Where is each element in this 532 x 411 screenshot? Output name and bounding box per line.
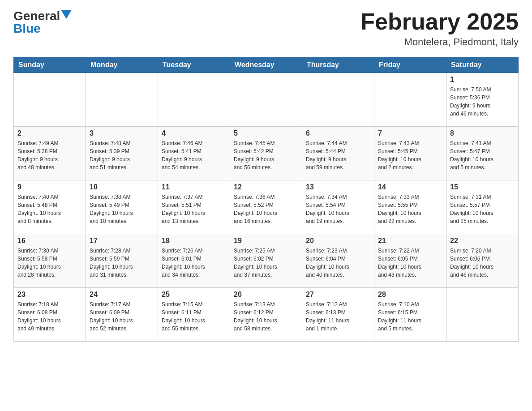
day-number: 22 [450, 237, 515, 245]
calendar-week-1: 1Sunrise: 7:50 AM Sunset: 5:36 PM Daylig… [14, 73, 519, 127]
logo-blue-text: Blue [13, 21, 41, 36]
page-header: General Blue February 2025 Montelera, Pi… [13, 9, 519, 48]
logo: General Blue [13, 9, 76, 36]
calendar-cell: 23Sunrise: 7:18 AM Sunset: 6:08 PM Dayli… [14, 288, 86, 342]
calendar-cell [14, 73, 86, 127]
day-number: 25 [162, 291, 226, 299]
calendar-cell: 8Sunrise: 7:41 AM Sunset: 5:47 PM Daylig… [446, 127, 519, 180]
day-info: Sunrise: 7:40 AM Sunset: 5:48 PM Dayligh… [17, 193, 82, 225]
day-info: Sunrise: 7:23 AM Sunset: 6:04 PM Dayligh… [306, 247, 370, 279]
day-info: Sunrise: 7:44 AM Sunset: 5:44 PM Dayligh… [306, 139, 370, 171]
calendar-cell: 9Sunrise: 7:40 AM Sunset: 5:48 PM Daylig… [14, 180, 86, 234]
header-tuesday: Tuesday [158, 57, 230, 73]
day-number: 3 [90, 129, 154, 137]
day-number: 7 [378, 129, 442, 137]
day-number: 20 [306, 237, 370, 245]
day-number: 21 [378, 237, 442, 245]
day-info: Sunrise: 7:49 AM Sunset: 5:38 PM Dayligh… [17, 139, 82, 171]
calendar-cell: 26Sunrise: 7:13 AM Sunset: 6:12 PM Dayli… [230, 288, 302, 342]
day-number: 11 [162, 183, 226, 191]
calendar-cell: 1Sunrise: 7:50 AM Sunset: 5:36 PM Daylig… [446, 73, 519, 127]
calendar-week-2: 2Sunrise: 7:49 AM Sunset: 5:38 PM Daylig… [14, 127, 519, 180]
day-number: 13 [306, 183, 370, 191]
day-number: 12 [234, 183, 298, 191]
day-info: Sunrise: 7:10 AM Sunset: 6:15 PM Dayligh… [378, 300, 442, 333]
day-info: Sunrise: 7:37 AM Sunset: 5:51 PM Dayligh… [162, 193, 226, 225]
calendar-cell: 18Sunrise: 7:26 AM Sunset: 6:01 PM Dayli… [158, 234, 230, 288]
calendar-cell: 15Sunrise: 7:31 AM Sunset: 5:57 PM Dayli… [446, 180, 519, 234]
day-info: Sunrise: 7:41 AM Sunset: 5:47 PM Dayligh… [450, 139, 515, 171]
day-number: 6 [306, 129, 370, 137]
day-info: Sunrise: 7:28 AM Sunset: 5:59 PM Dayligh… [90, 247, 154, 279]
day-number: 5 [234, 129, 298, 137]
calendar-cell: 24Sunrise: 7:17 AM Sunset: 6:09 PM Dayli… [86, 288, 158, 342]
day-info: Sunrise: 7:34 AM Sunset: 5:54 PM Dayligh… [306, 193, 370, 225]
day-info: Sunrise: 7:22 AM Sunset: 6:05 PM Dayligh… [378, 247, 442, 279]
day-info: Sunrise: 7:31 AM Sunset: 5:57 PM Dayligh… [450, 193, 515, 225]
calendar-cell: 4Sunrise: 7:46 AM Sunset: 5:41 PM Daylig… [158, 127, 230, 180]
calendar-table: Sunday Monday Tuesday Wednesday Thursday… [13, 57, 519, 342]
header-thursday: Thursday [302, 57, 374, 73]
day-number: 2 [17, 129, 82, 137]
day-info: Sunrise: 7:26 AM Sunset: 6:01 PM Dayligh… [162, 247, 226, 279]
day-number: 27 [306, 291, 370, 299]
day-info: Sunrise: 7:36 AM Sunset: 5:52 PM Dayligh… [234, 193, 298, 225]
day-number: 16 [17, 237, 82, 245]
calendar-cell: 20Sunrise: 7:23 AM Sunset: 6:04 PM Dayli… [302, 234, 374, 288]
day-number: 28 [378, 291, 442, 299]
calendar-cell: 3Sunrise: 7:48 AM Sunset: 5:39 PM Daylig… [86, 127, 158, 180]
day-info: Sunrise: 7:18 AM Sunset: 6:08 PM Dayligh… [17, 300, 82, 333]
location-text: Montelera, Piedmont, Italy [360, 36, 519, 48]
day-info: Sunrise: 7:33 AM Sunset: 5:55 PM Dayligh… [378, 193, 442, 225]
day-info: Sunrise: 7:50 AM Sunset: 5:36 PM Dayligh… [450, 86, 515, 118]
calendar-cell: 27Sunrise: 7:12 AM Sunset: 6:13 PM Dayli… [302, 288, 374, 342]
day-info: Sunrise: 7:48 AM Sunset: 5:39 PM Dayligh… [90, 139, 154, 171]
day-number: 4 [162, 129, 226, 137]
calendar-week-3: 9Sunrise: 7:40 AM Sunset: 5:48 PM Daylig… [14, 180, 519, 234]
calendar-cell: 16Sunrise: 7:30 AM Sunset: 5:58 PM Dayli… [14, 234, 86, 288]
day-info: Sunrise: 7:46 AM Sunset: 5:41 PM Dayligh… [162, 139, 226, 171]
calendar-cell: 13Sunrise: 7:34 AM Sunset: 5:54 PM Dayli… [302, 180, 374, 234]
day-info: Sunrise: 7:38 AM Sunset: 5:49 PM Dayligh… [90, 193, 154, 225]
day-number: 26 [234, 291, 298, 299]
day-info: Sunrise: 7:30 AM Sunset: 5:58 PM Dayligh… [17, 247, 82, 279]
calendar-cell: 25Sunrise: 7:15 AM Sunset: 6:11 PM Dayli… [158, 288, 230, 342]
day-number: 24 [90, 291, 154, 299]
weekday-header-row: Sunday Monday Tuesday Wednesday Thursday… [14, 57, 519, 73]
calendar-cell: 2Sunrise: 7:49 AM Sunset: 5:38 PM Daylig… [14, 127, 86, 180]
day-info: Sunrise: 7:12 AM Sunset: 6:13 PM Dayligh… [306, 300, 370, 333]
calendar-cell: 5Sunrise: 7:45 AM Sunset: 5:42 PM Daylig… [230, 127, 302, 180]
calendar-cell: 28Sunrise: 7:10 AM Sunset: 6:15 PM Dayli… [374, 288, 446, 342]
day-number: 10 [90, 183, 154, 191]
day-number: 23 [17, 291, 82, 299]
day-number: 8 [450, 129, 515, 137]
calendar-cell [230, 73, 302, 127]
day-info: Sunrise: 7:15 AM Sunset: 6:11 PM Dayligh… [162, 300, 226, 333]
calendar-cell: 22Sunrise: 7:20 AM Sunset: 6:06 PM Dayli… [446, 234, 519, 288]
calendar-cell: 11Sunrise: 7:37 AM Sunset: 5:51 PM Dayli… [158, 180, 230, 234]
day-number: 18 [162, 237, 226, 245]
calendar-cell [374, 73, 446, 127]
calendar-cell: 6Sunrise: 7:44 AM Sunset: 5:44 PM Daylig… [302, 127, 374, 180]
calendar-cell: 21Sunrise: 7:22 AM Sunset: 6:05 PM Dayli… [374, 234, 446, 288]
day-info: Sunrise: 7:13 AM Sunset: 6:12 PM Dayligh… [234, 300, 298, 333]
calendar-cell: 14Sunrise: 7:33 AM Sunset: 5:55 PM Dayli… [374, 180, 446, 234]
calendar-cell [86, 73, 158, 127]
calendar-cell: 12Sunrise: 7:36 AM Sunset: 5:52 PM Dayli… [230, 180, 302, 234]
calendar-cell [302, 73, 374, 127]
header-wednesday: Wednesday [230, 57, 302, 73]
calendar-cell [158, 73, 230, 127]
calendar-cell: 19Sunrise: 7:25 AM Sunset: 6:02 PM Dayli… [230, 234, 302, 288]
day-number: 15 [450, 183, 515, 191]
day-number: 17 [90, 237, 154, 245]
day-number: 1 [450, 76, 515, 84]
header-monday: Monday [86, 57, 158, 73]
day-info: Sunrise: 7:17 AM Sunset: 6:09 PM Dayligh… [90, 300, 154, 333]
day-number: 9 [17, 183, 82, 191]
calendar-cell: 10Sunrise: 7:38 AM Sunset: 5:49 PM Dayli… [86, 180, 158, 234]
day-info: Sunrise: 7:43 AM Sunset: 5:45 PM Dayligh… [378, 139, 442, 171]
day-number: 19 [234, 237, 298, 245]
day-info: Sunrise: 7:20 AM Sunset: 6:06 PM Dayligh… [450, 247, 515, 279]
calendar-cell [446, 288, 519, 342]
day-info: Sunrise: 7:45 AM Sunset: 5:42 PM Dayligh… [234, 139, 298, 171]
